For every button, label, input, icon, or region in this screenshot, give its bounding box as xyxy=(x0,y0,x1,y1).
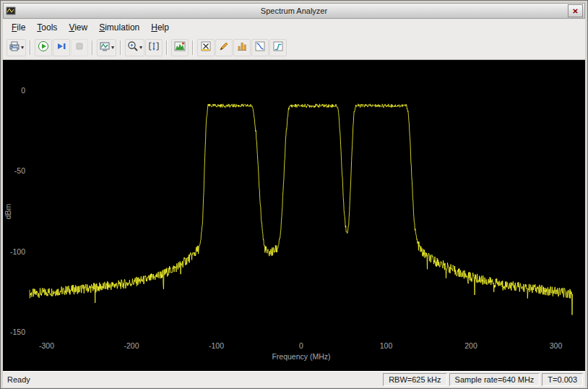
ccdf-measurements-icon xyxy=(254,40,266,55)
scale-axes-icon xyxy=(148,40,160,55)
zoom-in-dropdown-button[interactable]: ▾ xyxy=(125,39,144,56)
toolbar: ▾ ▾ xyxy=(3,36,585,60)
svg-text:Frequency (MHz): Frequency (MHz) xyxy=(272,352,330,361)
svg-text:0: 0 xyxy=(299,341,303,350)
spectrum-settings-icon xyxy=(174,40,186,55)
toolbar-separator xyxy=(30,40,31,55)
status-time: T=0.003 xyxy=(542,373,583,386)
status-sample-rate: Sample rate=640 MHz xyxy=(449,373,540,386)
svg-text:100: 100 xyxy=(380,341,393,350)
menu-tools[interactable]: Tools xyxy=(31,20,63,35)
distortion-measurements-icon xyxy=(236,40,248,55)
toolbar-separator xyxy=(166,40,168,55)
playback-options-icon xyxy=(99,40,111,55)
zoom-in-icon xyxy=(127,40,139,55)
title-bar[interactable]: Spectrum Analyzer ✕ xyxy=(3,3,585,19)
svg-text:200: 200 xyxy=(464,341,477,350)
window-title: Spectrum Analyzer xyxy=(4,7,584,15)
chevron-down-icon: ▾ xyxy=(111,45,114,51)
stop-icon xyxy=(74,40,85,55)
svg-text:-300: -300 xyxy=(39,341,54,350)
chevron-down-icon: ▾ xyxy=(139,45,142,51)
svg-text:-50: -50 xyxy=(14,166,25,175)
playback-options-dropdown-button[interactable]: ▾ xyxy=(97,39,116,56)
print-dropdown-button[interactable]: ▾ xyxy=(7,39,26,56)
app-icon xyxy=(6,6,16,16)
distortion-measurements-button[interactable] xyxy=(233,39,251,56)
svg-text:-100: -100 xyxy=(10,247,25,256)
svg-text:0: 0 xyxy=(21,86,25,95)
menu-view[interactable]: View xyxy=(63,20,93,35)
data-cursors-icon xyxy=(200,40,212,55)
run-icon xyxy=(38,40,49,55)
menu-simulation[interactable]: Simulation xyxy=(93,20,145,35)
spectral-mask-icon xyxy=(272,40,284,55)
peak-finder-button[interactable] xyxy=(215,39,233,56)
svg-text:-200: -200 xyxy=(124,341,139,350)
svg-text:-100: -100 xyxy=(209,341,224,350)
menu-file[interactable]: File xyxy=(6,20,31,35)
toolbar-separator xyxy=(92,40,93,55)
close-button[interactable]: ✕ xyxy=(568,4,583,17)
data-cursors-button[interactable] xyxy=(197,39,215,56)
menu-bar: File Tools View Simulation Help xyxy=(3,19,585,36)
step-forward-button[interactable] xyxy=(53,39,70,56)
spectrum-settings-button[interactable] xyxy=(171,39,189,56)
menu-help[interactable]: Help xyxy=(145,20,175,35)
svg-text:300: 300 xyxy=(550,341,563,350)
toolbar-separator xyxy=(192,40,194,55)
ccdf-measurements-button[interactable] xyxy=(251,39,269,56)
spectrum-plot[interactable]: -300-200-10001002003000-50-100-150Freque… xyxy=(3,60,585,371)
spectrum-analyzer-window: Spectrum Analyzer ✕ File Tools View Simu… xyxy=(0,0,588,389)
status-ready: Ready xyxy=(5,375,381,384)
peak-finder-icon xyxy=(218,40,230,55)
chevron-down-icon: ▾ xyxy=(21,45,24,51)
svg-text:-150: -150 xyxy=(10,328,25,336)
run-button[interactable] xyxy=(35,39,52,56)
toolbar-separator xyxy=(120,40,121,55)
status-rbw: RBW=625 kHz xyxy=(383,373,446,386)
svg-text:dBm: dBm xyxy=(4,203,12,219)
stop-button[interactable] xyxy=(71,39,88,56)
spectrum-chart: -300-200-10001002003000-50-100-150Freque… xyxy=(3,60,585,371)
step-forward-icon xyxy=(56,40,67,55)
spectral-mask-button[interactable] xyxy=(269,39,287,56)
print-icon xyxy=(9,40,20,55)
status-bar: Ready RBW=625 kHz Sample rate=640 MHz T=… xyxy=(3,371,585,388)
scale-axes-button[interactable] xyxy=(145,39,163,56)
